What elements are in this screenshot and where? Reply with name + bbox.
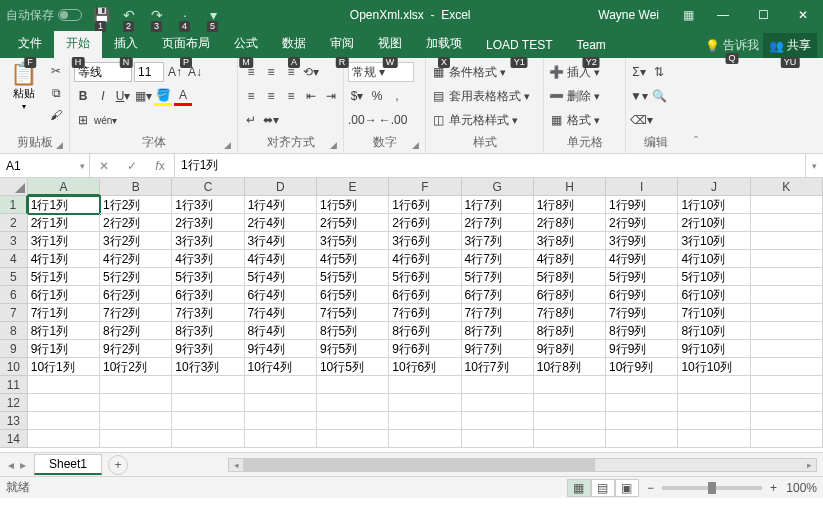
font-color-button[interactable]: A <box>174 86 192 106</box>
tab-addins[interactable]: 加载项X <box>414 31 474 58</box>
cell[interactable] <box>100 376 172 394</box>
cell[interactable]: 10行2列 <box>100 358 172 376</box>
tab-pagelayout[interactable]: 页面布局P <box>150 31 222 58</box>
clear-button[interactable]: ⌫▾ <box>630 110 653 130</box>
row-header[interactable]: 8 <box>0 322 28 340</box>
cut-button[interactable]: ✂ <box>47 61 65 81</box>
alignment-launcher-icon[interactable]: ◢ <box>330 140 337 150</box>
qat-undo[interactable]: ↶2 <box>120 7 138 23</box>
cell[interactable]: 6行7列 <box>462 286 534 304</box>
cell[interactable]: 9行9列 <box>606 340 678 358</box>
qat-4[interactable]: ·4 <box>176 7 194 23</box>
cell[interactable]: 7行10列 <box>678 304 750 322</box>
format-painter-button[interactable]: 🖌 <box>47 105 65 125</box>
cell[interactable]: 4行10列 <box>678 250 750 268</box>
dec-decimal-button[interactable]: ←.00 <box>379 110 408 130</box>
cell[interactable] <box>389 430 461 448</box>
cell[interactable]: 1行2列 <box>100 196 172 214</box>
autosum-button[interactable]: Σ▾ <box>630 62 648 82</box>
tab-view[interactable]: 视图W <box>366 31 414 58</box>
cell[interactable]: 8行5列 <box>317 322 389 340</box>
format-as-table-button[interactable]: ▤套用表格格式 ▾ <box>430 85 539 107</box>
cell[interactable]: 1行3列 <box>172 196 244 214</box>
number-format-select[interactable]: 常规 ▾ <box>348 62 414 82</box>
cell[interactable]: 4行8列 <box>534 250 606 268</box>
cancel-formula-button[interactable]: ✕ <box>90 159 118 173</box>
cell[interactable] <box>245 376 317 394</box>
cell[interactable] <box>462 430 534 448</box>
cell[interactable]: 5行4列 <box>245 268 317 286</box>
cell[interactable]: 3行6列 <box>389 232 461 250</box>
cell[interactable] <box>678 376 750 394</box>
cell[interactable]: 10行1列 <box>28 358 100 376</box>
orientation-button[interactable]: ⟲▾ <box>302 62 320 82</box>
row-header[interactable]: 7 <box>0 304 28 322</box>
cell[interactable] <box>28 394 100 412</box>
sort-filter-button[interactable]: ⇅ <box>650 62 668 82</box>
tab-file[interactable]: 文件F <box>6 31 54 58</box>
cell[interactable]: 3行4列 <box>245 232 317 250</box>
cell[interactable]: 6行5列 <box>317 286 389 304</box>
cell[interactable]: 10行9列 <box>606 358 678 376</box>
qat-5[interactable]: ▾5 <box>204 7 222 23</box>
column-header[interactable]: E <box>317 178 389 195</box>
cell[interactable]: 6行10列 <box>678 286 750 304</box>
cell[interactable] <box>751 196 823 214</box>
cell[interactable] <box>100 412 172 430</box>
cell-styles-button[interactable]: ◫单元格样式 ▾ <box>430 109 539 131</box>
row-header[interactable]: 1 <box>0 196 28 214</box>
clipboard-launcher-icon[interactable]: ◢ <box>56 140 63 150</box>
row-header[interactable]: 9 <box>0 340 28 358</box>
cell[interactable]: 4行9列 <box>606 250 678 268</box>
cell[interactable]: 5行10列 <box>678 268 750 286</box>
copy-button[interactable]: ⧉ <box>47 83 65 103</box>
normal-view-button[interactable]: ▦ <box>567 479 591 497</box>
cell[interactable]: 2行9列 <box>606 214 678 232</box>
insert-function-button[interactable]: fx <box>146 159 174 173</box>
phonetic-button[interactable]: wén▾ <box>94 110 117 130</box>
column-header[interactable]: B <box>100 178 172 195</box>
hscroll-thumb[interactable] <box>243 459 595 471</box>
cell[interactable]: 2行1列 <box>28 214 100 232</box>
cell[interactable] <box>751 232 823 250</box>
border-button[interactable]: ▦▾ <box>134 86 152 106</box>
cell[interactable]: 2行5列 <box>317 214 389 232</box>
cell[interactable]: 3行7列 <box>462 232 534 250</box>
column-header[interactable]: J <box>678 178 750 195</box>
cell[interactable] <box>751 250 823 268</box>
cell[interactable] <box>534 430 606 448</box>
cell[interactable] <box>751 394 823 412</box>
cell[interactable]: 5行6列 <box>389 268 461 286</box>
font-launcher-icon[interactable]: ◢ <box>224 140 231 150</box>
column-header[interactable]: F <box>389 178 461 195</box>
cell[interactable]: 10行5列 <box>317 358 389 376</box>
cell[interactable]: 6行1列 <box>28 286 100 304</box>
column-header[interactable]: I <box>606 178 678 195</box>
merge-button[interactable]: ⬌▾ <box>262 110 280 130</box>
cell[interactable]: 4行6列 <box>389 250 461 268</box>
percent-button[interactable]: % <box>368 86 386 106</box>
cell[interactable]: 10行4列 <box>245 358 317 376</box>
comma-button[interactable]: , <box>388 86 406 106</box>
cell[interactable]: 5行8列 <box>534 268 606 286</box>
cell[interactable] <box>28 376 100 394</box>
cell[interactable]: 1行5列 <box>317 196 389 214</box>
bold-button[interactable]: B <box>74 86 92 106</box>
cell[interactable]: 5行2列 <box>100 268 172 286</box>
tab-team[interactable]: TeamY2 <box>564 34 617 58</box>
cell[interactable]: 2行2列 <box>100 214 172 232</box>
cell[interactable]: 6行2列 <box>100 286 172 304</box>
cell[interactable] <box>534 412 606 430</box>
cell[interactable]: 3行8列 <box>534 232 606 250</box>
cell[interactable] <box>751 376 823 394</box>
cell[interactable]: 8行9列 <box>606 322 678 340</box>
cell[interactable]: 2行6列 <box>389 214 461 232</box>
cell[interactable]: 7行8列 <box>534 304 606 322</box>
tab-review[interactable]: 审阅R <box>318 31 366 58</box>
cell[interactable] <box>245 430 317 448</box>
cell[interactable]: 9行4列 <box>245 340 317 358</box>
borders-button[interactable]: ⊞ <box>74 110 92 130</box>
cell[interactable]: 10行10列 <box>678 358 750 376</box>
cell[interactable] <box>100 394 172 412</box>
cell[interactable] <box>28 412 100 430</box>
